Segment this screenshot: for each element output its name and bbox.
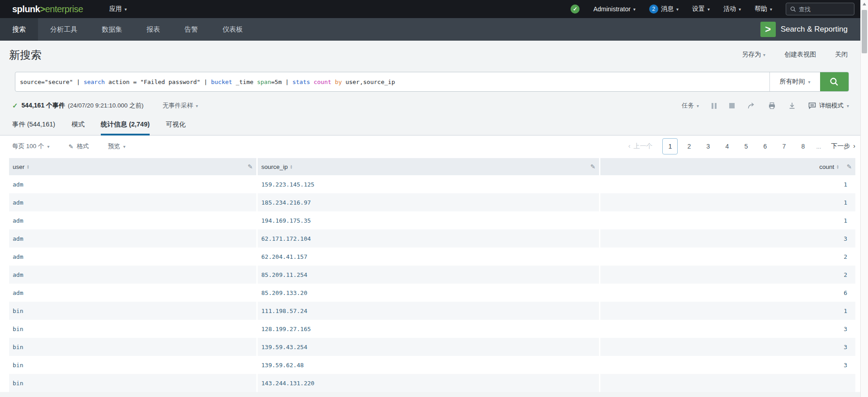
cell-source_ip[interactable]: 159.223.145.125: [258, 175, 599, 193]
help-menu[interactable]: 帮助 ▾: [755, 5, 772, 13]
column-label-source_ip[interactable]: source_ip: [261, 163, 288, 170]
sort-icon[interactable]: ▴▾: [291, 164, 292, 169]
close-button[interactable]: 关闭: [835, 51, 848, 59]
messages-menu[interactable]: 2 消息 ▾: [649, 5, 679, 14]
page-scrollbar[interactable]: [860, 0, 868, 397]
search-mode-menu[interactable]: 详细模式 ▾: [808, 102, 849, 110]
cell-count[interactable]: 3: [600, 338, 855, 356]
cell-source_ip[interactable]: 128.199.27.165: [258, 320, 599, 338]
splunk-logo[interactable]: splunk>enterprise: [12, 4, 83, 14]
pagination-page-3[interactable]: 3: [700, 138, 716, 154]
cell-user[interactable]: adm: [9, 193, 256, 211]
appbar-item-1[interactable]: 分析工具: [38, 18, 90, 41]
share-job-button[interactable]: [747, 102, 755, 109]
per-page-menu[interactable]: 每页 100 个 ▾: [12, 142, 50, 150]
pagination-page-6[interactable]: 6: [757, 138, 773, 154]
cell-user[interactable]: bin: [9, 302, 256, 320]
tab-1[interactable]: 模式: [71, 120, 85, 135]
global-find-box[interactable]: [786, 3, 854, 15]
export-button[interactable]: [788, 102, 796, 109]
pencil-icon[interactable]: ✎: [248, 163, 253, 170]
pagination-next-label: 下一步: [831, 142, 850, 150]
appbar-item-2[interactable]: 数据集: [90, 18, 134, 41]
cell-count[interactable]: 3: [600, 356, 855, 374]
cell-user[interactable]: bin: [9, 338, 256, 356]
query-segment-4: |: [200, 79, 211, 85]
cell-count[interactable]: 1: [600, 211, 855, 229]
appbar-item-5[interactable]: 仪表板: [210, 18, 255, 41]
search-button[interactable]: [820, 72, 849, 91]
pencil-icon[interactable]: ✎: [847, 163, 852, 170]
stop-job-button[interactable]: [729, 103, 735, 108]
health-check-icon[interactable]: ✓: [571, 5, 580, 14]
pencil-icon[interactable]: ✎: [590, 163, 595, 170]
pagination-page-4[interactable]: 4: [719, 138, 735, 154]
appbar-item-4[interactable]: 告警: [172, 18, 210, 41]
preview-menu[interactable]: 预览 ▾: [108, 142, 125, 150]
column-label-user[interactable]: user: [13, 163, 24, 170]
cell-source_ip[interactable]: 139.59.62.48: [258, 356, 599, 374]
cell-user[interactable]: adm: [9, 284, 256, 302]
cell-source_ip[interactable]: 62.204.41.157: [258, 248, 599, 266]
cell-user[interactable]: bin: [9, 374, 256, 392]
time-range-picker[interactable]: 所有时间 ▾: [769, 72, 820, 91]
cell-source_ip[interactable]: 185.234.216.97: [258, 193, 599, 211]
cell-user[interactable]: adm: [9, 211, 256, 229]
cell-user[interactable]: adm: [9, 266, 256, 284]
cell-source_ip[interactable]: 139.59.43.254: [258, 338, 599, 356]
sort-icon[interactable]: ▴▾: [837, 164, 839, 169]
cell-user[interactable]: adm: [9, 175, 256, 193]
save-as-button[interactable]: 另存为 ▾: [742, 51, 765, 59]
event-sampling-menu[interactable]: 无事件采样 ▾: [162, 102, 198, 110]
tab-0[interactable]: 事件 (544,161): [12, 120, 55, 135]
cell-count[interactable]: [600, 374, 855, 392]
cell-count[interactable]: 6: [600, 284, 855, 302]
search-query-input[interactable]: source="secure" | search action = "Faile…: [15, 72, 769, 91]
pagination-next-button[interactable]: 下一步 ›: [831, 142, 855, 150]
pagination-page-5[interactable]: 5: [738, 138, 754, 154]
find-input[interactable]: [799, 6, 849, 13]
appbar-item-3[interactable]: 报表: [134, 18, 172, 41]
cell-count[interactable]: 3: [600, 229, 855, 248]
cell-source_ip[interactable]: 85.209.133.20: [258, 284, 599, 302]
app-menu[interactable]: 应用 ▾: [109, 5, 127, 13]
cell-source_ip[interactable]: 62.171.172.104: [258, 229, 599, 248]
cell-count[interactable]: 1: [600, 193, 855, 211]
activity-menu[interactable]: 活动 ▾: [723, 5, 741, 13]
print-button[interactable]: [768, 102, 776, 109]
pagination-page-7[interactable]: 7: [776, 138, 792, 154]
cell-user[interactable]: adm: [9, 229, 256, 248]
tab-2[interactable]: 统计信息 (2,749): [101, 120, 150, 135]
pagination-page-8[interactable]: 8: [795, 138, 811, 154]
cell-source_ip[interactable]: 194.169.175.35: [258, 211, 599, 229]
cell-count[interactable]: 2: [600, 266, 855, 284]
user-menu[interactable]: Administrator ▾: [593, 5, 636, 13]
current-app[interactable]: > Search & Reporting: [760, 18, 868, 41]
sort-icon[interactable]: ▴▾: [27, 164, 29, 169]
cell-source_ip[interactable]: 85.209.11.254: [258, 266, 599, 284]
cell-count[interactable]: 2: [600, 248, 855, 266]
cell-count[interactable]: 1: [600, 302, 855, 320]
pagination-prev-button[interactable]: ‹ 上一个: [628, 142, 653, 150]
column-label-count[interactable]: count: [819, 163, 834, 170]
splunk-search-page: splunk>enterprise 应用 ▾ ✓ Administrator ▾…: [0, 0, 868, 397]
scrollbar-up-arrow-icon[interactable]: [863, 3, 866, 5]
job-menu[interactable]: 任务 ▾: [682, 102, 699, 110]
cell-count[interactable]: 1: [600, 175, 855, 193]
pagination-page-1[interactable]: 1: [662, 138, 678, 154]
cell-source_ip[interactable]: 143.244.131.220: [258, 374, 599, 392]
cell-user[interactable]: bin: [9, 356, 256, 374]
settings-menu[interactable]: 设置 ▾: [692, 5, 710, 13]
query-segment-12: count: [314, 79, 331, 85]
cell-user[interactable]: bin: [9, 320, 256, 338]
cell-user[interactable]: adm: [9, 248, 256, 266]
appbar-item-0[interactable]: 搜索: [0, 18, 38, 41]
scrollbar-thumb[interactable]: [862, 10, 867, 53]
tab-3[interactable]: 可视化: [166, 120, 186, 135]
cell-count[interactable]: 3: [600, 320, 855, 338]
format-menu[interactable]: ✎ 格式: [69, 142, 89, 150]
pause-job-button[interactable]: [712, 103, 717, 109]
create-table-view-button[interactable]: 创建表视图: [784, 51, 816, 59]
cell-source_ip[interactable]: 111.198.57.24: [258, 302, 599, 320]
pagination-page-2[interactable]: 2: [681, 138, 697, 154]
